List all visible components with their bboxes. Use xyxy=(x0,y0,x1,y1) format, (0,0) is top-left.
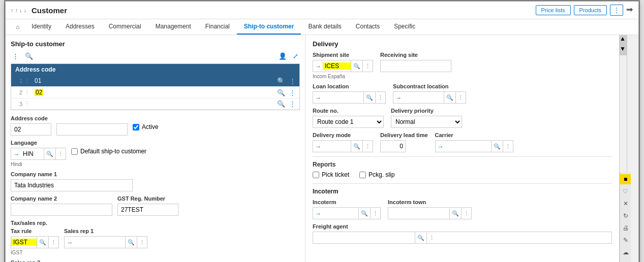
sidebar-close-icon[interactable]: ✕ xyxy=(622,199,630,209)
receiving-site-input[interactable] xyxy=(380,60,451,72)
pckg-slip-checkbox[interactable] xyxy=(359,172,366,178)
tab-financial[interactable]: Financial xyxy=(198,19,237,35)
tab-specific[interactable]: Specific xyxy=(387,19,422,35)
tab-home[interactable]: ⌂ xyxy=(11,20,24,34)
tab-contacts[interactable]: Contacts xyxy=(349,19,387,35)
more-options-button[interactable]: ⋮ xyxy=(610,5,623,16)
loan-location-arrow-btn[interactable]: → xyxy=(313,94,323,102)
shipment-site-search-btn[interactable]: 🔍 xyxy=(351,60,362,72)
shipment-site-arrow-btn[interactable]: → xyxy=(313,62,323,70)
default-ship-checkbox[interactable] xyxy=(71,148,78,155)
delivery-lead-input[interactable] xyxy=(380,140,406,152)
freight-agent-search-btn[interactable]: 🔍 xyxy=(415,232,426,243)
exit-button[interactable]: ⮕ xyxy=(626,6,633,14)
route-no-select[interactable]: Route code 1 xyxy=(313,116,384,128)
nav-down1[interactable]: ↓ xyxy=(19,7,22,13)
tab-commercial[interactable]: Commercial xyxy=(102,19,148,35)
pick-ticket-checkbox[interactable] xyxy=(313,172,319,178)
subcontract-more-btn[interactable]: ⋮ xyxy=(455,92,466,103)
incoterm-town-input[interactable] xyxy=(388,210,449,217)
gst-reg-input[interactable] xyxy=(117,204,178,216)
active-checkbox[interactable] xyxy=(133,124,139,130)
sidebar-cloud-icon[interactable]: ☁ xyxy=(621,247,630,257)
shipment-site-more-btn[interactable]: ⋮ xyxy=(362,60,373,72)
table-row[interactable]: 3 ⋮ 🔍 ⋮ xyxy=(11,99,299,110)
sales-rep2-label: Sales rep 2 xyxy=(11,259,300,262)
row-search-btn[interactable]: 🔍 xyxy=(275,88,287,97)
nav-arrows[interactable]: ↑ ↑ ↓ ↓ xyxy=(11,7,26,13)
row-more-btn[interactable]: ⋮ xyxy=(288,88,297,97)
row-more-btn[interactable]: ⋮ xyxy=(288,77,297,85)
loan-location-more-btn[interactable]: ⋮ xyxy=(375,92,385,103)
reports-section: Reports Pick ticket Pckg. slip xyxy=(313,161,612,178)
language-arrow-btn[interactable]: → xyxy=(11,150,21,158)
address-code-input[interactable] xyxy=(11,123,51,136)
delivery-mode-input[interactable] xyxy=(323,143,351,150)
panel-user-icon[interactable]: 👤 xyxy=(277,52,288,60)
language-more-btn[interactable]: ⋮ xyxy=(55,148,66,159)
sales-rep1-input[interactable] xyxy=(74,239,125,246)
carrier-input[interactable] xyxy=(445,143,491,150)
nav-up2[interactable]: ↑ xyxy=(15,7,18,13)
language-search-btn[interactable]: 🔍 xyxy=(44,148,55,159)
incoterm-search-btn[interactable]: 🔍 xyxy=(358,208,370,219)
row-search-btn[interactable]: 🔍 xyxy=(275,77,287,85)
tax-rule-more-btn[interactable]: ⋮ xyxy=(48,237,58,248)
carrier-more-btn[interactable]: ⋮ xyxy=(503,141,513,152)
incoterm-town-search-btn[interactable]: 🔍 xyxy=(449,208,461,219)
table-row[interactable]: 1 ⋮ 01 🔍 ⋮ xyxy=(11,75,299,87)
sales-rep1-more-btn[interactable]: ⋮ xyxy=(137,237,147,248)
tab-identity[interactable]: Identity xyxy=(24,19,58,35)
sidebar-print-icon[interactable]: 🖨 xyxy=(621,223,630,233)
incoterm-town-more-btn[interactable]: ⋮ xyxy=(461,208,471,219)
sales-rep1-arrow-btn[interactable]: → xyxy=(65,239,74,246)
incoterm-input[interactable] xyxy=(323,210,358,217)
company-name1-input[interactable] xyxy=(11,179,133,191)
scrollbar-up[interactable]: ▲ xyxy=(620,35,627,45)
tab-ship-to-customer[interactable]: Ship-to customer xyxy=(237,19,301,35)
nav-down2[interactable]: ↓ xyxy=(24,7,27,13)
delivery-priority-select[interactable]: Normal xyxy=(391,116,462,128)
row-more-btn[interactable]: ⋮ xyxy=(288,100,297,108)
sidebar-download-icon[interactable]: ⬇ xyxy=(622,259,630,262)
panel-menu-button[interactable]: ⋮ xyxy=(11,52,20,60)
sales-rep1-search-btn[interactable]: 🔍 xyxy=(125,237,137,248)
loan-location-input[interactable] xyxy=(323,94,363,101)
freight-agent-more-btn[interactable]: ⋮ xyxy=(426,232,437,243)
row-search-btn[interactable]: 🔍 xyxy=(275,100,287,108)
delivery-mode-search-btn[interactable]: 🔍 xyxy=(351,141,362,152)
delivery-mode-arrow-btn[interactable]: → xyxy=(313,143,323,150)
scrollbar-down[interactable]: ▼ xyxy=(620,45,627,55)
sidebar-pencil-icon[interactable]: ✎ xyxy=(622,235,630,245)
delivery-mode-more-btn[interactable]: ⋮ xyxy=(362,141,373,152)
subcontract-search-btn[interactable]: 🔍 xyxy=(444,92,455,103)
reports-check-row: Pick ticket Pckg. slip xyxy=(313,171,612,178)
incoterm-arrow-btn[interactable]: → xyxy=(313,210,323,217)
sidebar-bookmark-icon[interactable]: ■ xyxy=(620,174,631,184)
nav-up1[interactable]: ↑ xyxy=(11,7,14,13)
shipment-site-input[interactable] xyxy=(323,62,351,70)
panel-search-button[interactable]: 🔍 xyxy=(23,52,35,60)
carrier-search-btn[interactable]: 🔍 xyxy=(491,141,503,152)
subcontract-arrow-btn[interactable]: → xyxy=(393,94,403,102)
tax-rule-search-btn[interactable]: 🔍 xyxy=(37,237,48,248)
subcontract-input[interactable] xyxy=(403,94,444,101)
loan-subcontract-row: Loan location → 🔍 ⋮ Subcontract location… xyxy=(313,83,612,104)
sidebar-heart-icon[interactable]: ♡ xyxy=(621,186,630,196)
freight-agent-input[interactable] xyxy=(313,234,415,241)
tab-bank-details[interactable]: Bank details xyxy=(301,19,348,35)
address-code-extra-input[interactable] xyxy=(56,123,128,136)
panel-expand-button[interactable]: ⤢ xyxy=(291,52,300,60)
tab-addresses[interactable]: Addresses xyxy=(58,19,102,35)
tax-rule-input[interactable] xyxy=(11,239,37,246)
products-button[interactable]: Products xyxy=(574,5,607,15)
tab-management[interactable]: Management xyxy=(148,19,198,35)
company-name2-input[interactable] xyxy=(11,204,112,216)
table-row[interactable]: 2 ⋮ 02 🔍 ⋮ xyxy=(11,87,299,99)
incoterm-more-btn[interactable]: ⋮ xyxy=(370,208,380,219)
language-input[interactable] xyxy=(21,150,44,157)
price-lists-button[interactable]: Price lists xyxy=(536,5,571,15)
loan-location-search-btn[interactable]: 🔍 xyxy=(363,92,375,103)
carrier-arrow-btn[interactable]: → xyxy=(436,143,445,150)
sidebar-refresh-icon[interactable]: ↻ xyxy=(622,211,630,221)
